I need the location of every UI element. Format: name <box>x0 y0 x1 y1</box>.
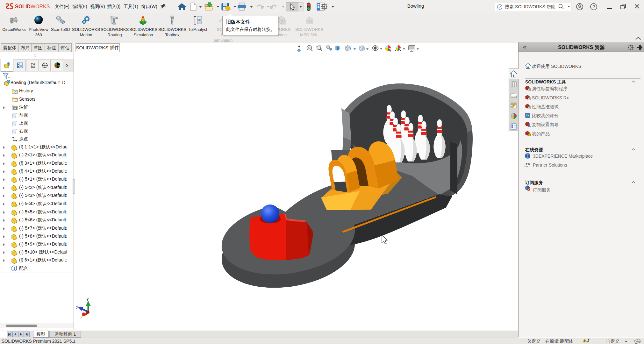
svg-text:X: X <box>80 315 83 320</box>
svg-text:Y: Y <box>86 297 89 302</box>
svg-text:!: ! <box>584 339 585 342</box>
svg-text:A: A <box>14 107 16 110</box>
svg-text:Z: Z <box>76 305 78 310</box>
